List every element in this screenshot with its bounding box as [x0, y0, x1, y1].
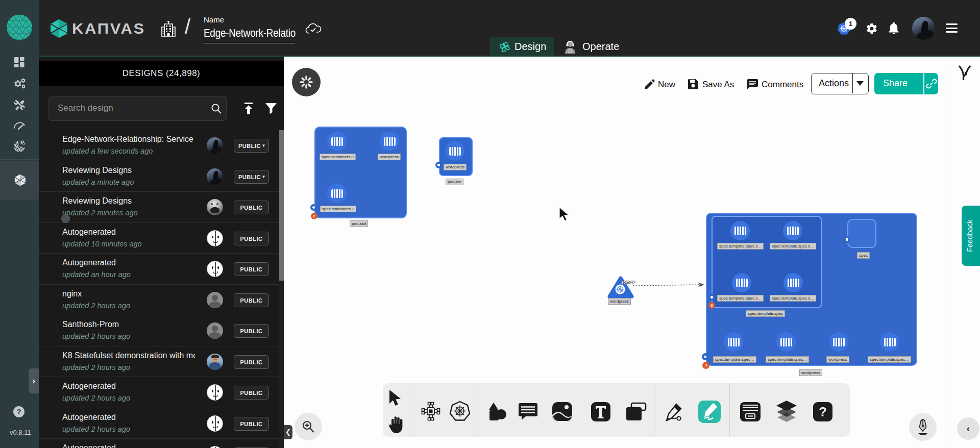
- svg-text:?: ?: [819, 404, 827, 419]
